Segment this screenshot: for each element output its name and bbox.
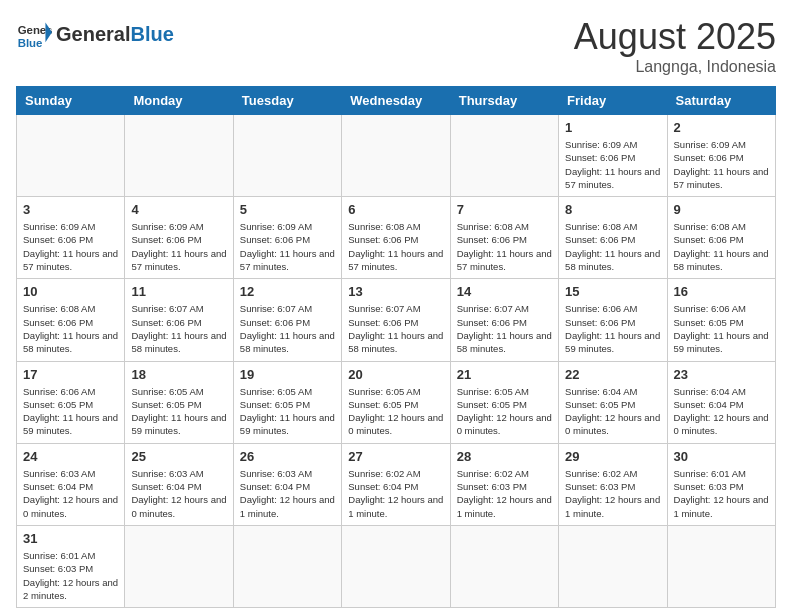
- day-number: 27: [348, 449, 443, 464]
- day-header-monday: Monday: [125, 87, 233, 115]
- calendar-cell: [17, 115, 125, 197]
- day-header-saturday: Saturday: [667, 87, 775, 115]
- calendar-cell: 26Sunrise: 6:03 AM Sunset: 6:04 PM Dayli…: [233, 443, 341, 525]
- day-info: Sunrise: 6:06 AM Sunset: 6:05 PM Dayligh…: [23, 385, 118, 438]
- calendar-cell: 25Sunrise: 6:03 AM Sunset: 6:04 PM Dayli…: [125, 443, 233, 525]
- calendar-cell: [342, 525, 450, 607]
- day-number: 11: [131, 284, 226, 299]
- calendar-cell: 23Sunrise: 6:04 AM Sunset: 6:04 PM Dayli…: [667, 361, 775, 443]
- calendar-cell: 13Sunrise: 6:07 AM Sunset: 6:06 PM Dayli…: [342, 279, 450, 361]
- logo-blue: Blue: [130, 23, 173, 45]
- day-info: Sunrise: 6:05 AM Sunset: 6:05 PM Dayligh…: [457, 385, 552, 438]
- calendar-cell: [450, 525, 558, 607]
- day-number: 2: [674, 120, 769, 135]
- day-info: Sunrise: 6:09 AM Sunset: 6:06 PM Dayligh…: [240, 220, 335, 273]
- day-number: 28: [457, 449, 552, 464]
- calendar-cell: 29Sunrise: 6:02 AM Sunset: 6:03 PM Dayli…: [559, 443, 667, 525]
- calendar-cell: [342, 115, 450, 197]
- day-info: Sunrise: 6:02 AM Sunset: 6:03 PM Dayligh…: [565, 467, 660, 520]
- day-info: Sunrise: 6:07 AM Sunset: 6:06 PM Dayligh…: [457, 302, 552, 355]
- day-info: Sunrise: 6:08 AM Sunset: 6:06 PM Dayligh…: [674, 220, 769, 273]
- svg-text:Blue: Blue: [18, 37, 43, 49]
- day-number: 22: [565, 367, 660, 382]
- day-number: 16: [674, 284, 769, 299]
- calendar-cell: 2Sunrise: 6:09 AM Sunset: 6:06 PM Daylig…: [667, 115, 775, 197]
- day-header-friday: Friday: [559, 87, 667, 115]
- day-info: Sunrise: 6:06 AM Sunset: 6:06 PM Dayligh…: [565, 302, 660, 355]
- calendar-cell: 7Sunrise: 6:08 AM Sunset: 6:06 PM Daylig…: [450, 197, 558, 279]
- day-info: Sunrise: 6:08 AM Sunset: 6:06 PM Dayligh…: [23, 302, 118, 355]
- day-number: 15: [565, 284, 660, 299]
- day-info: Sunrise: 6:01 AM Sunset: 6:03 PM Dayligh…: [23, 549, 118, 602]
- calendar-cell: 12Sunrise: 6:07 AM Sunset: 6:06 PM Dayli…: [233, 279, 341, 361]
- day-number: 24: [23, 449, 118, 464]
- day-info: Sunrise: 6:09 AM Sunset: 6:06 PM Dayligh…: [565, 138, 660, 191]
- calendar-week-5: 24Sunrise: 6:03 AM Sunset: 6:04 PM Dayli…: [17, 443, 776, 525]
- day-info: Sunrise: 6:07 AM Sunset: 6:06 PM Dayligh…: [240, 302, 335, 355]
- calendar-cell: [559, 525, 667, 607]
- day-number: 31: [23, 531, 118, 546]
- header: General Blue GeneralBlue August 2025 Lan…: [16, 16, 776, 76]
- day-number: 23: [674, 367, 769, 382]
- calendar-cell: 6Sunrise: 6:08 AM Sunset: 6:06 PM Daylig…: [342, 197, 450, 279]
- day-info: Sunrise: 6:06 AM Sunset: 6:05 PM Dayligh…: [674, 302, 769, 355]
- day-info: Sunrise: 6:08 AM Sunset: 6:06 PM Dayligh…: [565, 220, 660, 273]
- logo: General Blue GeneralBlue: [16, 16, 174, 52]
- calendar-week-3: 10Sunrise: 6:08 AM Sunset: 6:06 PM Dayli…: [17, 279, 776, 361]
- day-info: Sunrise: 6:09 AM Sunset: 6:06 PM Dayligh…: [23, 220, 118, 273]
- day-info: Sunrise: 6:09 AM Sunset: 6:06 PM Dayligh…: [131, 220, 226, 273]
- calendar-body: 1Sunrise: 6:09 AM Sunset: 6:06 PM Daylig…: [17, 115, 776, 608]
- day-number: 9: [674, 202, 769, 217]
- calendar-week-1: 1Sunrise: 6:09 AM Sunset: 6:06 PM Daylig…: [17, 115, 776, 197]
- calendar-cell: [667, 525, 775, 607]
- day-header-tuesday: Tuesday: [233, 87, 341, 115]
- calendar-title: August 2025: [574, 16, 776, 58]
- calendar-cell: [125, 115, 233, 197]
- day-number: 26: [240, 449, 335, 464]
- calendar-cell: [450, 115, 558, 197]
- day-number: 5: [240, 202, 335, 217]
- day-info: Sunrise: 6:05 AM Sunset: 6:05 PM Dayligh…: [348, 385, 443, 438]
- logo-icon: General Blue: [16, 16, 52, 52]
- calendar-cell: 27Sunrise: 6:02 AM Sunset: 6:04 PM Dayli…: [342, 443, 450, 525]
- day-number: 19: [240, 367, 335, 382]
- calendar-cell: [233, 525, 341, 607]
- day-number: 8: [565, 202, 660, 217]
- calendar-cell: 21Sunrise: 6:05 AM Sunset: 6:05 PM Dayli…: [450, 361, 558, 443]
- day-info: Sunrise: 6:07 AM Sunset: 6:06 PM Dayligh…: [131, 302, 226, 355]
- calendar-cell: 9Sunrise: 6:08 AM Sunset: 6:06 PM Daylig…: [667, 197, 775, 279]
- day-info: Sunrise: 6:03 AM Sunset: 6:04 PM Dayligh…: [23, 467, 118, 520]
- calendar-cell: 3Sunrise: 6:09 AM Sunset: 6:06 PM Daylig…: [17, 197, 125, 279]
- day-info: Sunrise: 6:03 AM Sunset: 6:04 PM Dayligh…: [131, 467, 226, 520]
- calendar-cell: 1Sunrise: 6:09 AM Sunset: 6:06 PM Daylig…: [559, 115, 667, 197]
- calendar-cell: 30Sunrise: 6:01 AM Sunset: 6:03 PM Dayli…: [667, 443, 775, 525]
- calendar-week-6: 31Sunrise: 6:01 AM Sunset: 6:03 PM Dayli…: [17, 525, 776, 607]
- calendar-cell: 4Sunrise: 6:09 AM Sunset: 6:06 PM Daylig…: [125, 197, 233, 279]
- day-number: 14: [457, 284, 552, 299]
- calendar-cell: 10Sunrise: 6:08 AM Sunset: 6:06 PM Dayli…: [17, 279, 125, 361]
- logo-general: General: [56, 23, 130, 45]
- day-number: 4: [131, 202, 226, 217]
- day-header-thursday: Thursday: [450, 87, 558, 115]
- day-info: Sunrise: 6:04 AM Sunset: 6:04 PM Dayligh…: [674, 385, 769, 438]
- calendar-cell: 19Sunrise: 6:05 AM Sunset: 6:05 PM Dayli…: [233, 361, 341, 443]
- day-info: Sunrise: 6:05 AM Sunset: 6:05 PM Dayligh…: [131, 385, 226, 438]
- day-info: Sunrise: 6:09 AM Sunset: 6:06 PM Dayligh…: [674, 138, 769, 191]
- calendar-cell: 16Sunrise: 6:06 AM Sunset: 6:05 PM Dayli…: [667, 279, 775, 361]
- day-number: 6: [348, 202, 443, 217]
- calendar-week-2: 3Sunrise: 6:09 AM Sunset: 6:06 PM Daylig…: [17, 197, 776, 279]
- day-number: 17: [23, 367, 118, 382]
- calendar-cell: 11Sunrise: 6:07 AM Sunset: 6:06 PM Dayli…: [125, 279, 233, 361]
- calendar-cell: 22Sunrise: 6:04 AM Sunset: 6:05 PM Dayli…: [559, 361, 667, 443]
- day-number: 13: [348, 284, 443, 299]
- calendar-cell: 24Sunrise: 6:03 AM Sunset: 6:04 PM Dayli…: [17, 443, 125, 525]
- day-number: 12: [240, 284, 335, 299]
- day-number: 18: [131, 367, 226, 382]
- calendar-cell: 8Sunrise: 6:08 AM Sunset: 6:06 PM Daylig…: [559, 197, 667, 279]
- calendar-cell: 20Sunrise: 6:05 AM Sunset: 6:05 PM Dayli…: [342, 361, 450, 443]
- calendar-cell: 17Sunrise: 6:06 AM Sunset: 6:05 PM Dayli…: [17, 361, 125, 443]
- day-number: 21: [457, 367, 552, 382]
- calendar-cell: [233, 115, 341, 197]
- calendar-cell: 28Sunrise: 6:02 AM Sunset: 6:03 PM Dayli…: [450, 443, 558, 525]
- day-info: Sunrise: 6:08 AM Sunset: 6:06 PM Dayligh…: [457, 220, 552, 273]
